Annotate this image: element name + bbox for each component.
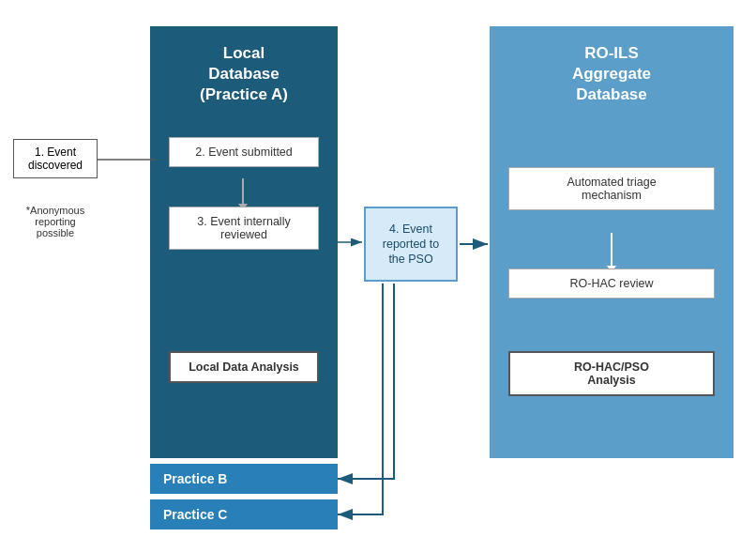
- pso-box: 4. Eventreported tothe PSO: [364, 207, 458, 282]
- practice-b-bar: Practice B: [150, 464, 338, 494]
- diagram: 1. Eventdiscovered *Anonymousreportingpo…: [0, 0, 756, 537]
- local-db-title: LocalDatabase(Practice A): [150, 26, 338, 116]
- local-analysis-box: Local Data Analysis: [169, 351, 319, 383]
- event-discovered-box: 1. Eventdiscovered: [13, 139, 98, 178]
- event-submitted-label: 2. Event submitted: [195, 146, 293, 159]
- triage-label: Automated triagemechanism: [567, 176, 656, 202]
- pso-label: 4. Eventreported tothe PSO: [383, 222, 439, 268]
- triage-box: Automated triagemechanism: [508, 167, 715, 210]
- rohac-pso-label: RO-HAC/PSOAnalysis: [574, 361, 649, 387]
- event-reviewed-box: 3. Event internallyreviewed: [169, 207, 319, 250]
- practice-c-label: Practice C: [163, 507, 227, 522]
- arrow-triage-to-rohac: [611, 233, 612, 267]
- rohac-pso-box: RO-HAC/PSOAnalysis: [508, 351, 715, 396]
- event-reviewed-label: 3. Event internallyreviewed: [197, 215, 290, 241]
- arrow-submitted-to-reviewed: [242, 178, 244, 205]
- local-db-column: LocalDatabase(Practice A) 2. Event submi…: [150, 26, 338, 458]
- event-discovered-label: 1. Eventdiscovered: [28, 146, 83, 172]
- ro-ils-title: RO-ILSAggregateDatabase: [490, 26, 733, 116]
- local-analysis-label: Local Data Analysis: [189, 361, 299, 374]
- arrow-pso-to-practice-c: [338, 284, 383, 514]
- practice-c-bar: Practice C: [150, 499, 338, 529]
- rohac-review-label: RO-HAC review: [570, 277, 654, 290]
- ro-ils-db-column: RO-ILSAggregateDatabase Automated triage…: [490, 26, 733, 458]
- rohac-review-box: RO-HAC review: [508, 268, 715, 299]
- event-submitted-box: 2. Event submitted: [169, 137, 319, 167]
- practice-b-label: Practice B: [163, 471, 227, 486]
- anonymous-note: *Anonymousreportingpossible: [13, 205, 98, 238]
- arrow-pso-to-practice-b: [338, 284, 394, 479]
